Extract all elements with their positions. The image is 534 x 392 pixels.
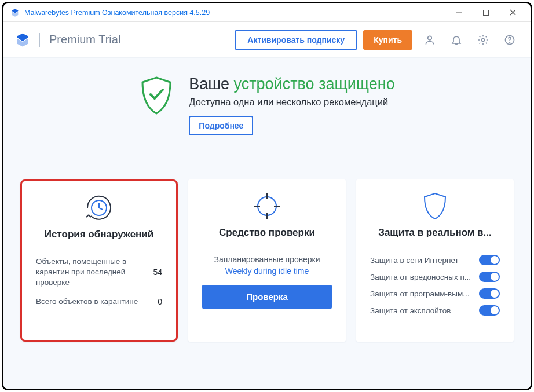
scheduled-scan-label: Запланированные проверки bbox=[202, 255, 332, 264]
app-icon bbox=[10, 8, 20, 17]
svg-point-7 bbox=[510, 42, 510, 42]
scanner-title: Средство проверки bbox=[202, 227, 332, 255]
toggle-label: Защита от эксплойтов bbox=[370, 306, 451, 315]
toggle-row: Защита от программ-вым... bbox=[370, 288, 500, 299]
history-icon bbox=[36, 185, 162, 229]
history-title: История обнаружений bbox=[36, 229, 162, 257]
maximize-button[interactable] bbox=[473, 3, 499, 22]
protection-card[interactable]: Защита в реальном в... Защита в сети Инт… bbox=[356, 179, 514, 342]
toggle-label: Защита в сети Интернет bbox=[370, 256, 459, 265]
account-icon[interactable] bbox=[420, 31, 439, 49]
toggle-row: Защита в сети Интернет bbox=[370, 255, 500, 265]
toggle-switch[interactable] bbox=[479, 288, 500, 299]
status-heading: Ваше устройство защищено bbox=[189, 75, 394, 93]
titlebar: Malwarebytes Premium Ознакомительная вер… bbox=[3, 3, 531, 22]
status-subtitle: Доступна одна или несколько рекомендаций bbox=[189, 97, 394, 108]
toggle-row: Защита от эксплойтов bbox=[370, 305, 500, 316]
status-highlight: устройство защищено bbox=[234, 75, 395, 93]
toggle-switch[interactable] bbox=[479, 272, 500, 282]
scanner-icon bbox=[202, 183, 332, 227]
logo-icon bbox=[15, 32, 30, 47]
header-title: Premium Trial bbox=[49, 33, 229, 46]
toggle-label: Защита от вредоносных п... bbox=[370, 273, 471, 281]
shield-icon bbox=[139, 75, 174, 116]
history-row1-label: Объекты, помещенные в карантин при после… bbox=[36, 257, 134, 288]
main-content: Ваше устройство защищено Доступна одна и… bbox=[3, 58, 531, 389]
history-row1-value: 54 bbox=[153, 268, 162, 277]
history-row2-label: Всего объектов в карантине bbox=[36, 296, 138, 307]
svg-point-9 bbox=[258, 197, 276, 215]
cards-row: История обнаружений Объекты, помещенные … bbox=[17, 179, 517, 342]
protection-title: Защита в реальном в... bbox=[370, 227, 500, 255]
vertical-divider bbox=[39, 33, 40, 47]
status-block: Ваше устройство защищено Доступна одна и… bbox=[17, 75, 517, 135]
close-button[interactable] bbox=[499, 3, 526, 22]
toggle-switch[interactable] bbox=[479, 305, 500, 316]
svg-point-5 bbox=[482, 38, 485, 41]
gear-icon[interactable] bbox=[474, 31, 492, 49]
bell-icon[interactable] bbox=[447, 31, 466, 49]
history-card[interactable]: История обнаружений Объекты, помещенные … bbox=[20, 179, 178, 342]
svg-point-4 bbox=[428, 36, 432, 40]
status-prefix: Ваше bbox=[189, 75, 229, 93]
toggle-switch[interactable] bbox=[479, 255, 500, 265]
details-button[interactable]: Подробнее bbox=[189, 116, 253, 135]
app-window: Malwarebytes Premium Ознакомительная вер… bbox=[2, 2, 532, 390]
toggle-label: Защита от программ-вым... bbox=[370, 290, 469, 298]
help-icon[interactable] bbox=[500, 31, 519, 49]
activate-subscription-button[interactable]: Активировать подписку bbox=[235, 30, 357, 50]
header: Premium Trial Активировать подписку Купи… bbox=[3, 22, 531, 58]
scan-button[interactable]: Проверка bbox=[202, 285, 332, 309]
scanner-card[interactable]: Средство проверки Запланированные провер… bbox=[188, 179, 346, 342]
svg-rect-1 bbox=[484, 10, 489, 15]
window-title: Malwarebytes Premium Ознакомительная вер… bbox=[24, 9, 446, 17]
minimize-button[interactable] bbox=[446, 3, 473, 22]
buy-button[interactable]: Купить bbox=[363, 30, 412, 50]
schedule-link[interactable]: Weekly during idle time bbox=[202, 266, 332, 276]
history-row2-value: 0 bbox=[158, 297, 162, 306]
protection-icon bbox=[370, 183, 500, 227]
toggle-row: Защита от вредоносных п... bbox=[370, 272, 500, 282]
